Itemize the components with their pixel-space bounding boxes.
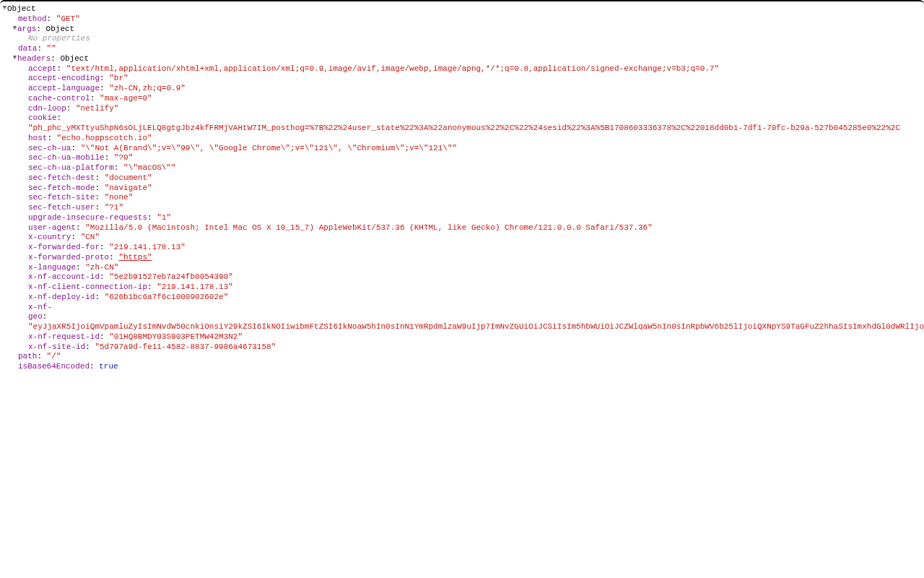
- property-value: "\"macOS\"": [123, 163, 176, 172]
- property-row-sec-fetch-site[interactable]: sec-fetch-site: "none": [0, 193, 924, 203]
- property-row-accept-language[interactable]: accept-language: "zh-CN,zh;q=0.9": [0, 84, 924, 94]
- property-key: x-country: [28, 233, 71, 241]
- property-row-cdn-loop[interactable]: cdn-loop: "netlify": [0, 104, 924, 114]
- property-row-x-nf-deploy-id[interactable]: x-nf-deploy-id: "626b1bc6a7f6c1000902602…: [0, 293, 924, 303]
- property-value: "?1": [105, 203, 123, 212]
- property-value-link[interactable]: "https": [118, 253, 152, 262]
- property-value: "?0": [114, 153, 133, 162]
- property-key: host: [28, 134, 47, 142]
- property-row-x-nf-request-id[interactable]: x-nf-request-id: "01HQ8BMDY03S903PETMW42…: [0, 332, 924, 342]
- property-row-cache-control[interactable]: cache-control: "max-age=0": [0, 94, 924, 104]
- property-value: "01HQ8BMDY03S903PETMW42M3N2": [109, 332, 243, 341]
- no-properties-label: No properties: [28, 34, 90, 43]
- property-key: upgrade-insecure-requests: [28, 213, 147, 222]
- property-value: "zh-CN": [85, 263, 118, 272]
- property-value: "5e2b91527eb7a24fb0054390": [109, 272, 233, 281]
- property-row-x-country[interactable]: x-country: "CN": [0, 233, 924, 243]
- property-row-cookie-value[interactable]: "ph_phc_yMXTtyuShpN6sOLjLELQ8gtgJbz4kfFR…: [0, 124, 924, 134]
- property-key: isBase64Encoded: [18, 362, 90, 371]
- property-key: geo: [28, 312, 43, 321]
- property-key: x-forwarded-for: [28, 243, 100, 251]
- property-key: x-language: [28, 263, 76, 272]
- property-key: sec-ch-ua-mobile: [28, 153, 105, 162]
- property-key: data: [18, 44, 37, 53]
- property-value: "GET": [56, 14, 80, 23]
- property-row-x-language[interactable]: x-language: "zh-CN": [0, 263, 924, 273]
- property-value: "219.141.178.13": [157, 282, 233, 291]
- property-value: "netlify": [76, 104, 118, 113]
- property-key: x-nf-deploy-id: [28, 293, 95, 301]
- property-value: "max-age=0": [100, 94, 152, 103]
- property-row-sec-fetch-mode[interactable]: sec-fetch-mode: "navigate": [0, 184, 924, 194]
- property-row-x-nf-account-id[interactable]: x-nf-account-id: "5e2b91527eb7a24fb00543…: [0, 272, 924, 282]
- property-row-path[interactable]: path: "/": [0, 352, 924, 362]
- property-key: sec-fetch-user: [28, 203, 95, 212]
- property-value: "/": [47, 352, 61, 361]
- property-row-method[interactable]: method: "GET": [0, 14, 924, 25]
- object-type-label: Object: [46, 25, 75, 33]
- property-row-host[interactable]: host: "echo.hoppscotch.io": [0, 134, 924, 144]
- property-value-boolean: true: [99, 362, 118, 371]
- property-row-cookie-key[interactable]: cookie:: [0, 113, 924, 124]
- property-value: "5d797a9d-fe11-4582-8837-9986a4673158": [95, 342, 276, 351]
- object-type-label: Object: [60, 54, 89, 63]
- property-value: "ph_phc_yMXTtyuShpN6sOLjLELQ8gtgJbz4kfFR…: [28, 124, 900, 132]
- property-key: accept-encoding: [28, 74, 100, 82]
- property-key: method: [18, 14, 47, 23]
- property-value: "Mozilla/5.0 (Macintosh; Intel Mac OS X …: [85, 223, 653, 232]
- property-row-accept[interactable]: accept: "text/html,application/xhtml+xml…: [0, 64, 924, 74]
- property-value: "CN": [81, 233, 100, 241]
- property-row-args[interactable]: ▼args: Object: [0, 25, 924, 35]
- property-key: x-nf-request-id: [28, 332, 100, 341]
- property-value: "none": [105, 193, 134, 202]
- property-row-x-forwarded-proto[interactable]: x-forwarded-proto: "https": [0, 253, 924, 263]
- property-value: "219.141.178.13": [109, 243, 186, 251]
- property-key: path: [18, 352, 37, 361]
- property-row-x-nf-client-connection-ip[interactable]: x-nf-client-connection-ip: "219.141.178.…: [0, 282, 924, 293]
- property-key: headers: [17, 54, 51, 63]
- property-row-headers[interactable]: ▼headers: Object: [0, 54, 924, 64]
- property-row-geo-key[interactable]: geo:: [0, 312, 924, 322]
- property-value: "echo.hoppscotch.io": [57, 134, 152, 142]
- property-value: "626b1bc6a7f6c1000902602e": [105, 293, 229, 301]
- property-row-x-nf-site-id[interactable]: x-nf-site-id: "5d797a9d-fe11-4582-8837-9…: [0, 342, 924, 353]
- property-row-user-agent[interactable]: user-agent: "Mozilla/5.0 (Macintosh; Int…: [0, 223, 924, 233]
- property-key: user-agent: [28, 223, 76, 232]
- property-row-upgrade-insecure-requests[interactable]: upgrade-insecure-requests: "1": [0, 213, 924, 223]
- property-row-sec-fetch-user[interactable]: sec-fetch-user: "?1": [0, 203, 924, 213]
- property-key: sec-ch-ua-platform: [28, 163, 114, 172]
- property-key: x-nf-site-id: [28, 342, 85, 351]
- property-key: cookie: [28, 113, 57, 122]
- property-key: accept: [28, 64, 57, 73]
- property-key: x-nf-account-id: [28, 272, 100, 281]
- property-key: sec-fetch-dest: [28, 173, 95, 182]
- property-key: sec-fetch-mode: [28, 184, 95, 192]
- property-row-sec-ch-ua[interactable]: sec-ch-ua: "\"Not A(Brand\";v=\"99\", \"…: [0, 144, 924, 154]
- object-type-label: Object: [7, 4, 36, 13]
- property-value: "\"Not A(Brand\";v=\"99\", \"Google Chro…: [81, 144, 458, 152]
- property-value: "1": [157, 213, 171, 222]
- property-key: cdn-loop: [28, 104, 66, 113]
- property-row-geo-value[interactable]: "eyJjaXR5IjoiQmVpamluZyIsImNvdW50cnkiOns…: [0, 322, 924, 332]
- property-key: accept-language: [28, 84, 100, 92]
- property-row-sec-ch-ua-mobile[interactable]: sec-ch-ua-mobile: "?0": [0, 153, 924, 163]
- property-value: "br": [109, 74, 128, 82]
- property-value: "document": [105, 173, 152, 182]
- property-key: x-nf-: [28, 303, 52, 311]
- property-value: "eyJjaXR5IjoiQmVpamluZyIsImNvdW50cnkiOns…: [28, 322, 924, 331]
- property-key: x-forwarded-proto: [28, 253, 109, 262]
- property-row-x-forwarded-for[interactable]: x-forwarded-for: "219.141.178.13": [0, 243, 924, 253]
- object-root-row[interactable]: ▼Object: [0, 4, 924, 14]
- property-key: args: [17, 25, 36, 33]
- property-row-sec-ch-ua-platform[interactable]: sec-ch-ua-platform: "\"macOS\"": [0, 163, 924, 173]
- property-row-isbase64encoded[interactable]: isBase64Encoded: true: [0, 362, 924, 372]
- property-row-data[interactable]: data: "": [0, 44, 924, 54]
- property-key: cache-control: [28, 94, 90, 103]
- property-key: x-nf-client-connection-ip: [28, 282, 147, 291]
- property-row-sec-fetch-dest[interactable]: sec-fetch-dest: "document": [0, 173, 924, 184]
- property-row-accept-encoding[interactable]: accept-encoding: "br": [0, 74, 924, 84]
- property-row-x-nf-prefix[interactable]: x-nf-: [0, 303, 924, 313]
- property-value: "text/html,application/xhtml+xml,applica…: [66, 64, 719, 73]
- no-properties-row: No properties: [0, 34, 924, 44]
- property-key: sec-ch-ua: [28, 144, 71, 152]
